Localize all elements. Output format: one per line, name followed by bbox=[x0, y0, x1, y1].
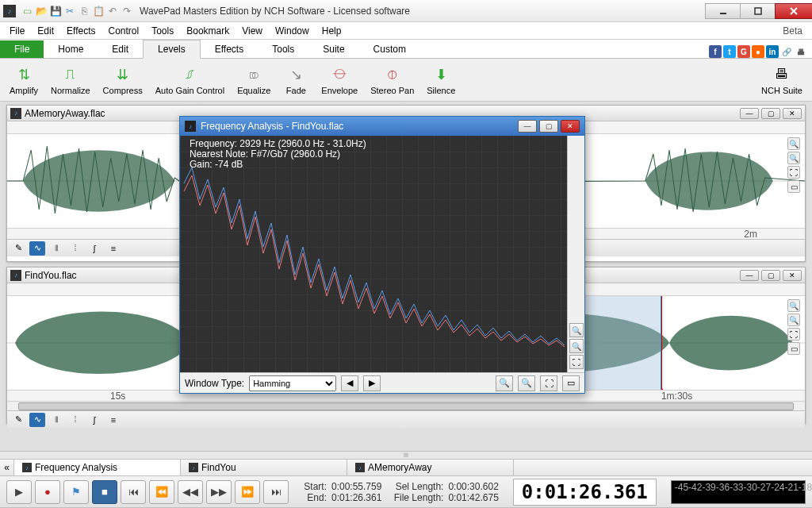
print-icon[interactable]: 🖶 bbox=[795, 45, 807, 58]
ribbon-silence[interactable]: ⬇Silence bbox=[422, 64, 460, 97]
track-close-button[interactable]: ✕ bbox=[783, 270, 802, 281]
tool-cursor-icon[interactable]: ✎ bbox=[10, 241, 26, 256]
qa-open-icon[interactable]: 📂 bbox=[35, 5, 48, 17]
doc-tab-findyou[interactable]: ♪FindYou bbox=[181, 460, 347, 475]
menu-control[interactable]: Control bbox=[102, 24, 146, 38]
menu-file[interactable]: File bbox=[3, 24, 31, 38]
tool-wave-icon[interactable]: ∿ bbox=[29, 413, 45, 427]
play-button[interactable]: ▶ bbox=[6, 480, 32, 504]
tool-bars-icon[interactable]: ⦀ bbox=[48, 413, 64, 427]
tab-suite[interactable]: Suite bbox=[308, 40, 358, 58]
menu-help[interactable]: Help bbox=[316, 24, 348, 38]
track-maximize-button[interactable]: ▢ bbox=[761, 108, 780, 119]
tool-cursor-icon[interactable]: ✎ bbox=[10, 413, 26, 427]
freq-next-button[interactable]: ▶ bbox=[363, 375, 381, 391]
menu-edit[interactable]: Edit bbox=[31, 24, 60, 38]
bookmark-button[interactable]: ⚑ bbox=[63, 480, 89, 504]
ribbon-amplify[interactable]: ⇅Amplify bbox=[5, 64, 43, 97]
facebook-icon[interactable]: f bbox=[709, 45, 722, 58]
tab-custom[interactable]: Custom bbox=[359, 40, 420, 58]
tool-fx-icon[interactable]: ∫ bbox=[86, 241, 102, 256]
rss-icon[interactable]: ● bbox=[752, 45, 764, 58]
step-back-button[interactable]: ◀◀ bbox=[178, 480, 203, 504]
twitter-icon[interactable]: t bbox=[723, 45, 736, 58]
ribbon-fade[interactable]: ↘Fade bbox=[278, 64, 313, 97]
stop-button[interactable]: ■ bbox=[92, 480, 117, 504]
freq-vzoom-out[interactable]: 🔍 bbox=[569, 339, 584, 353]
freq-minimize-button[interactable]: — bbox=[518, 120, 537, 133]
close-button[interactable] bbox=[775, 3, 812, 19]
freq-zoom-out-button[interactable]: 🔍 bbox=[518, 375, 535, 391]
tab-levels[interactable]: Levels bbox=[143, 40, 201, 59]
skip-start-button[interactable]: ⏮ bbox=[121, 480, 146, 504]
qa-paste-icon[interactable]: 📋 bbox=[92, 5, 105, 17]
tab-home[interactable]: Home bbox=[44, 40, 98, 58]
maximize-button[interactable] bbox=[740, 3, 776, 19]
zoom-fit-button[interactable]: ⛶ bbox=[787, 166, 800, 179]
doc-tab-amemoryaway[interactable]: ♪AMemoryAway bbox=[347, 460, 514, 475]
freq-zoom-sel-button[interactable]: ▭ bbox=[562, 375, 580, 391]
doc-tab-freq[interactable]: ♪Frequency Analysis bbox=[14, 460, 181, 475]
ribbon-normalize[interactable]: ⎍Normalize bbox=[46, 64, 95, 97]
track-maximize-button[interactable]: ▢ bbox=[761, 270, 780, 281]
menu-view[interactable]: View bbox=[236, 24, 269, 38]
minimize-button[interactable] bbox=[705, 3, 741, 19]
track-hscrollbar[interactable] bbox=[7, 401, 805, 410]
ribbon-equalize[interactable]: ⎄Equalize bbox=[232, 64, 275, 97]
window-type-select[interactable]: Hamming bbox=[249, 375, 336, 391]
freq-titlebar[interactable]: ♪ Frequency Analysis - FindYou.flac — ▢ … bbox=[180, 117, 584, 136]
freq-zoom-in-button[interactable]: 🔍 bbox=[496, 375, 513, 391]
zoom-sel-button[interactable]: ▭ bbox=[787, 342, 800, 355]
ribbon-auto-gain[interactable]: ⎎Auto Gain Control bbox=[151, 64, 229, 97]
tool-more-icon[interactable]: ≡ bbox=[105, 413, 121, 427]
freq-vzoom-in[interactable]: 🔍 bbox=[569, 323, 584, 337]
tool-wave-icon[interactable]: ∿ bbox=[29, 241, 45, 256]
zoom-in-button[interactable]: 🔍 bbox=[787, 137, 800, 150]
tab-tools[interactable]: Tools bbox=[258, 40, 308, 58]
linkedin-icon[interactable]: in bbox=[766, 45, 779, 58]
freq-plot[interactable]: Frequency: 2929 Hz (2960.0 Hz - 31.0Hz) … bbox=[180, 136, 584, 372]
scrollbar-thumb[interactable] bbox=[18, 402, 794, 410]
tool-spectrum-icon[interactable]: ⦙ bbox=[67, 413, 83, 427]
tab-effects[interactable]: Effects bbox=[201, 40, 258, 58]
playhead[interactable] bbox=[661, 296, 662, 390]
tab-edit[interactable]: Edit bbox=[98, 40, 143, 58]
rewind-button[interactable]: ⏪ bbox=[149, 480, 174, 504]
tool-spectrum-icon[interactable]: ⦙ bbox=[67, 241, 83, 256]
freq-zoom-fit-button[interactable]: ⛶ bbox=[540, 375, 557, 391]
freq-close-button[interactable]: ✕ bbox=[561, 120, 580, 133]
freq-maximize-button[interactable]: ▢ bbox=[539, 120, 558, 133]
frequency-analysis-window[interactable]: ♪ Frequency Analysis - FindYou.flac — ▢ … bbox=[179, 116, 585, 394]
freq-prev-button[interactable]: ◀ bbox=[341, 375, 358, 391]
qa-redo-icon[interactable]: ↷ bbox=[121, 5, 133, 17]
workspace-split-grip[interactable]: ⦀⦀ bbox=[0, 451, 812, 459]
tool-bars-icon[interactable]: ⦀ bbox=[48, 241, 64, 256]
tool-fx-icon[interactable]: ∫ bbox=[86, 413, 102, 427]
google-icon[interactable]: G bbox=[737, 45, 750, 58]
tool-more-icon[interactable]: ≡ bbox=[105, 241, 121, 256]
forward-button[interactable]: ⏩ bbox=[235, 480, 260, 504]
qa-new-icon[interactable]: ▭ bbox=[21, 5, 33, 17]
menu-tools[interactable]: Tools bbox=[145, 24, 180, 38]
qa-copy-icon[interactable]: ⎘ bbox=[78, 5, 90, 17]
ribbon-nch-suite[interactable]: 🖶NCH Suite bbox=[756, 64, 807, 97]
tab-file[interactable]: File bbox=[0, 40, 44, 58]
step-forward-button[interactable]: ▶▶ bbox=[206, 480, 232, 504]
menu-bookmark[interactable]: Bookmark bbox=[180, 24, 236, 38]
zoom-out-button[interactable]: 🔍 bbox=[787, 314, 800, 326]
track-minimize-button[interactable]: — bbox=[740, 270, 759, 281]
zoom-out-button[interactable]: 🔍 bbox=[787, 152, 800, 164]
ribbon-stereo-pan[interactable]: ⦶Stereo Pan bbox=[366, 64, 419, 97]
menu-window[interactable]: Window bbox=[269, 24, 316, 38]
skip-end-button[interactable]: ⏭ bbox=[263, 480, 289, 504]
freq-vzoom-fit[interactable]: ⛶ bbox=[569, 355, 584, 369]
zoom-in-button[interactable]: 🔍 bbox=[787, 299, 800, 312]
qa-undo-icon[interactable]: ↶ bbox=[106, 5, 119, 17]
share-icon[interactable]: 🔗 bbox=[780, 45, 793, 58]
ribbon-envelope[interactable]: ⦵Envelope bbox=[316, 64, 362, 97]
record-button[interactable]: ● bbox=[35, 480, 60, 504]
track-close-button[interactable]: ✕ bbox=[783, 108, 802, 119]
qa-save-icon[interactable]: 💾 bbox=[49, 5, 62, 17]
menu-effects[interactable]: Effects bbox=[60, 24, 102, 38]
collapse-tabs-button[interactable]: « bbox=[0, 460, 14, 475]
